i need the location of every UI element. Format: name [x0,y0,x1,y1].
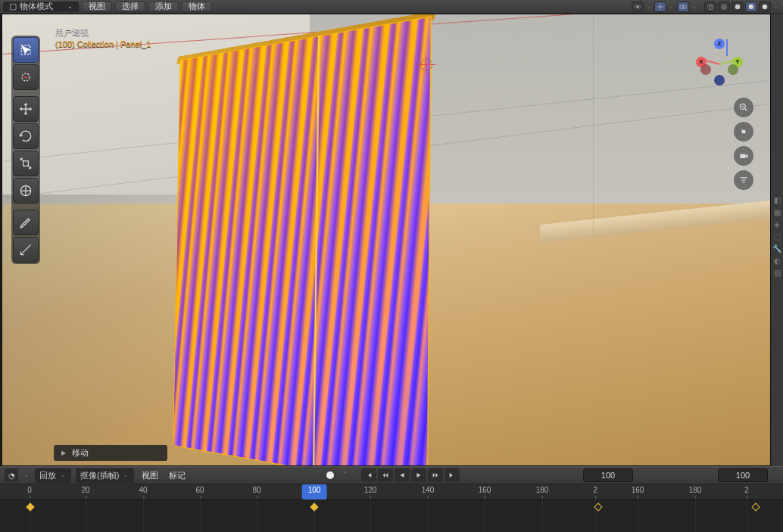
mode-selector[interactable]: ▢ 物体模式 ⌄ [3,2,79,12]
gizmo-z-arm [726,39,728,56]
track-grid-line [695,499,696,532]
nav-perspective-icon[interactable] [734,170,753,190]
mode-label: 物体模式 [20,1,53,12]
timeline-ruler[interactable]: 02040608010012014016018021601802100 [0,484,783,499]
keyframe-diamond-icon[interactable] [751,502,760,511]
perspective-label: 用户透视 [55,26,151,38]
svg-rect-14 [23,161,29,166]
playback-menu[interactable]: 回放 ⌄ [35,468,71,483]
timeline-menu-view[interactable]: 视图 [139,468,161,483]
svg-point-7 [749,4,754,9]
ruler-tick: 40 [139,486,147,494]
nav-gizmo[interactable]: Z Y X [696,39,743,86]
xray-toggle-icon[interactable] [704,2,716,12]
prop-tab-icon[interactable]: ◧ [772,195,782,206]
chevron-down-icon: ⌄ [59,472,67,478]
nav-camera-icon[interactable] [734,146,753,166]
gizmo-z-handle[interactable]: Z [714,39,725,49]
last-operator-label: 移动 [72,447,89,459]
jump-start-button[interactable] [361,468,376,482]
keying-menu[interactable]: 抠像(插帧) ⌄ [76,468,134,483]
3d-viewport[interactable]: 用户透视 (100) Collection | Panel_1 Z Y X ▶ … [2,14,771,466]
prop-tab-icon[interactable]: ⬚ [772,232,782,242]
gizmo-neg-z-handle[interactable] [714,75,725,86]
shading-wireframe-icon[interactable] [718,2,730,12]
playhead[interactable]: 100 [302,484,327,499]
tool-annotate[interactable] [13,210,39,235]
tool-rotate[interactable] [13,123,39,149]
svg-point-6 [735,4,741,9]
editor-type-icon[interactable]: ◔ [5,468,18,482]
chevron-down-icon[interactable]: ⌄ [645,4,653,10]
jump-end-button[interactable] [445,468,460,482]
current-frame-field[interactable]: 100 [583,468,633,482]
svg-rect-3 [708,4,712,8]
last-operator-panel[interactable]: ▶ 移动 [54,445,167,461]
timeline-header: ◔ ⌄ 回放 ⌄ 抠像(插帧) ⌄ 视图 标记 ⌄ 100 100 [0,466,783,484]
prop-tab-icon[interactable]: ▤ [772,268,782,278]
tool-cursor[interactable] [13,64,39,90]
auto-keying-toggle[interactable] [323,468,337,482]
track-grid-line [200,499,201,532]
shading-rendered-icon[interactable] [759,2,771,12]
tool-select-box[interactable] [13,37,39,63]
tool-measure[interactable] [13,237,39,263]
tool-move[interactable] [13,96,39,122]
playback-menu-label: 回放 [39,470,56,481]
menu-add[interactable]: 添加 [148,2,179,12]
nav-zoom-icon[interactable] [734,98,753,117]
gizmo-neg-x-handle[interactable] [700,64,711,75]
svg-point-2 [682,5,686,8]
svg-point-8 [750,5,752,7]
end-frame-field[interactable]: 100 [718,468,768,482]
playback-controls: ⌄ [323,468,460,482]
collection-path-label: (100) Collection | Panel_1 [55,39,151,48]
panel-face [173,16,431,466]
selected-object-panel[interactable] [173,16,431,466]
shading-solid-icon[interactable] [732,2,744,12]
ruler-tick: 180 [689,486,702,494]
track-grid-line [370,499,371,532]
timeline-menu-marker[interactable]: 标记 [166,468,189,483]
viewport-header: ▢ 物体模式 ⌄ 视图 选择 添加 物体 ⌄ ⌄ ⌄ ⌄ [0,0,783,14]
chevron-down-icon[interactable]: ⌄ [23,472,30,478]
menu-view[interactable]: 视图 [82,2,112,12]
svg-rect-4 [709,5,713,9]
chevron-down-icon[interactable]: ⌄ [772,4,780,10]
menu-select[interactable]: 选择 [115,2,145,12]
ruler-tick: 180 [536,486,549,494]
chevron-down-icon: ⌄ [122,472,129,478]
keyframe-next-button[interactable] [428,468,443,482]
overlays-toggle-icon[interactable] [677,2,689,12]
prop-tab-icon[interactable]: ◐ [772,256,782,266]
keyframe-prev-button[interactable] [378,468,393,482]
track-grid-line [257,499,257,532]
disclosure-triangle-icon: ▶ [61,450,66,456]
keyframe-diamond-icon[interactable] [26,502,34,511]
chevron-down-icon[interactable]: ⌄ [691,4,698,10]
chevron-down-icon[interactable]: ⌄ [342,468,349,482]
object-icon: ▢ [9,2,17,11]
play-reverse-button[interactable] [395,468,410,482]
svg-point-9 [763,4,768,9]
prop-tab-icon[interactable]: ▦ [772,207,782,218]
timeline-track[interactable] [0,499,783,532]
tool-scale[interactable] [13,151,39,176]
selectability-icon[interactable] [632,2,644,12]
track-grid-line [485,499,485,532]
panel-seam [313,36,320,466]
gizmo-toggle-icon[interactable] [654,2,666,12]
nav-pan-icon[interactable] [734,122,753,142]
svg-point-10 [763,5,765,7]
tool-transform[interactable] [13,178,39,204]
shading-material-icon[interactable] [745,2,757,12]
gizmo-neg-y-handle[interactable] [728,64,738,75]
chevron-down-icon[interactable]: ⌄ [668,4,675,10]
prop-tab-icon[interactable]: 🔧 [772,244,782,254]
keyframe-diamond-icon[interactable] [310,502,318,511]
play-forward-button[interactable] [411,468,426,482]
viewport-overlay-text: 用户透视 (100) Collection | Panel_1 [55,26,151,48]
prop-tab-icon[interactable]: ◈ [772,219,782,230]
menu-object[interactable]: 物体 [182,2,212,12]
ruler-tick: 140 [422,486,435,494]
